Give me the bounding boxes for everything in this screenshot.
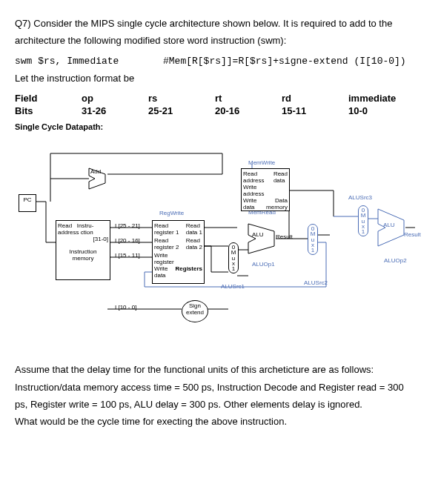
instr-left: swm $rs, Immediate — [15, 56, 163, 67]
h5: immediate — [348, 93, 415, 104]
h0: Field — [15, 93, 82, 104]
bl4: What would be the cycle time for exectin… — [15, 416, 287, 427]
b0: Bits — [15, 105, 82, 116]
instr-right: #Mem[R[$rs]]=R[$rs]+signe-extend (I[10-0… — [163, 56, 406, 67]
aluop1-label: ALUOp1 — [252, 261, 275, 268]
mux-alusrc1: 0Mux1 — [228, 242, 239, 273]
alu1-label: ALU — [252, 231, 264, 238]
h2: rs — [148, 93, 215, 104]
instruction-line: swm $rs, Immediate #Mem[R[$rs]]=R[$rs]+s… — [15, 56, 426, 67]
q-l1: Consider the MIPS single cycle architect… — [33, 18, 392, 29]
wire-10-0: I [10 - 0] — [115, 304, 136, 311]
aluop2-label: ALUOp2 — [384, 257, 407, 264]
sign-extend: Signextend — [182, 300, 208, 322]
format-intro: Let the instruction format be — [15, 70, 426, 87]
format-header-row: Field op rs rt rd immediate — [15, 93, 426, 104]
question-text: Q7) Consider the MIPS single cycle archi… — [15, 15, 426, 50]
register-file: Readregister 1Readdata 1 Readregister 2R… — [152, 220, 205, 284]
mux-alusrc3: 0Mux1 — [358, 205, 368, 236]
b5: 10-0 — [348, 105, 415, 116]
bottom-text: Assume that the delay time for the funct… — [15, 361, 426, 431]
regwrite-label: RegWrite — [159, 210, 184, 216]
b2: 25-21 — [148, 105, 215, 116]
result1-label: Result — [276, 233, 293, 240]
q-l2: architecture the following modified stor… — [15, 35, 286, 46]
wire-20-16: I [20 - 16] — [115, 237, 140, 244]
b4: 15-11 — [282, 105, 348, 116]
h4: rd — [282, 93, 348, 104]
alusrc1-label: ALUSrc1 — [221, 283, 245, 290]
wire-25-21: I [25 - 21] — [115, 222, 140, 229]
h3: rt — [215, 93, 282, 104]
data-memory: ReadaddressReaddata Writeaddress Writeda… — [241, 168, 290, 211]
bl2: Instruction/data memory access time = 50… — [15, 382, 404, 393]
instr-memory: Read Instru- address ction [31-0] Instru… — [56, 220, 110, 280]
mux-alusrc2: 0Mux1 — [308, 224, 318, 255]
format-table: Field op rs rt rd immediate Bits 31-26 2… — [15, 93, 426, 116]
wire-15-11: I [15 - 11] — [115, 252, 140, 259]
result2-label: Result — [404, 231, 421, 238]
bl1: Assume that the delay time for the funct… — [15, 364, 374, 375]
diagram-title: Single Cycle Datapath: — [15, 122, 426, 131]
bl3: ps, Register write = 100 ps, ALU delay =… — [15, 399, 362, 410]
pc-box: PC — [19, 194, 36, 212]
datapath-diagram: PC Add Read Instru- address ction [31-0]… — [15, 139, 415, 346]
h1: op — [82, 93, 148, 104]
format-bits-row: Bits 31-26 25-21 20-16 15-11 10-0 — [15, 105, 426, 116]
add-label: Add — [90, 168, 101, 175]
alusrc3-label: ALUSrc3 — [348, 194, 372, 201]
alusrc2-label: ALUSrc2 — [304, 279, 328, 286]
svg-marker-37 — [248, 224, 274, 253]
b1: 31-26 — [82, 105, 148, 116]
alu2-label: ALU — [383, 222, 395, 228]
q-num: Q7) — [15, 18, 31, 29]
b3: 20-16 — [215, 105, 282, 116]
memwrite-label: MemWrite — [248, 159, 275, 166]
